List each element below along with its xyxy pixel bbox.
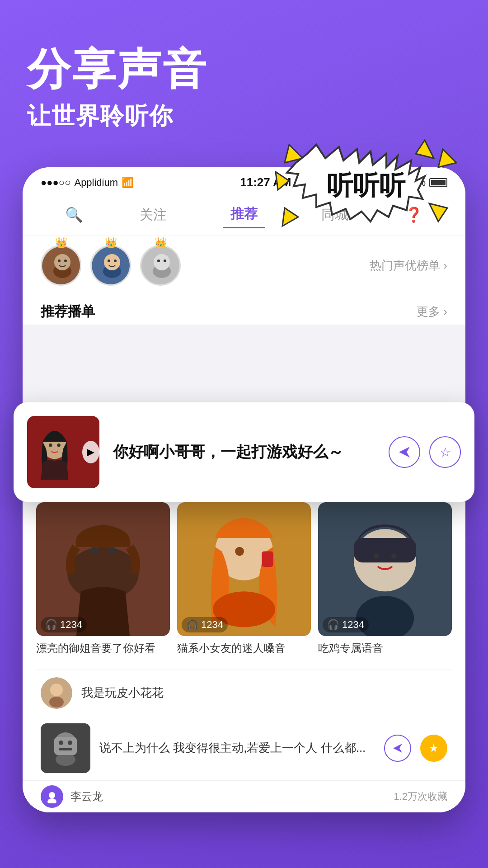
wifi-icon: 📶	[122, 177, 134, 189]
featured-content: 你好啊小哥哥，一起打游戏好么～	[113, 441, 375, 463]
svg-point-19	[154, 254, 170, 270]
featured-actions: ☆	[389, 436, 461, 468]
svg-point-36	[391, 553, 397, 558]
playlist-item-1[interactable]: 🎧 1234 漂亮的御姐音要了你好看	[36, 502, 170, 656]
listen-count-2: 🎧 1234	[182, 617, 228, 632]
featured-thumbnail: ▶	[27, 416, 99, 488]
ticker-username: 李云龙	[70, 789, 386, 804]
svg-point-43	[56, 753, 75, 766]
svg-point-53	[57, 443, 61, 447]
svg-marker-0	[416, 140, 434, 158]
svg-point-26	[108, 547, 116, 554]
speech-bubble: 听听听	[271, 136, 461, 249]
signal-dots: ●●●○○	[41, 177, 70, 189]
audio-post: 说不上为什么 我变得很主动,若爱上一个人 什么都... ★	[23, 716, 465, 780]
audio-post-actions: ★	[384, 735, 447, 762]
svg-rect-34	[354, 538, 416, 562]
avatar-circle-3	[140, 245, 181, 286]
listen-count-3: 🎧 1234	[323, 617, 369, 632]
user-avatar-3[interactable]: 👑	[140, 245, 181, 286]
playlist-grid: 🎧 1234 漂亮的御姐音要了你好看	[23, 495, 465, 670]
playlist-cover-3: 🎧 1234	[318, 502, 452, 636]
user-avatar-1[interactable]: 👑	[41, 245, 81, 286]
play-button[interactable]: ▶	[82, 441, 99, 463]
lower-content: 你好看 嗓音	[23, 465, 465, 812]
playlist-name-1: 漂亮的御姐音要了你好看	[36, 641, 170, 656]
playlist-cover-2: 🎧 1234	[177, 502, 311, 636]
crown-3: 👑	[155, 237, 167, 249]
hot-list-link[interactable]: 热门声优榜单 ›	[370, 258, 447, 274]
svg-text:听听听: 听听听	[327, 170, 406, 200]
activity-avatar	[41, 677, 72, 709]
post-star-button[interactable]: ★	[420, 735, 447, 762]
listen-count-1: 🎧 1234	[41, 617, 87, 632]
avatar-circle-1	[41, 245, 81, 286]
playlist-item-2[interactable]: 🎧 1234 猫系小女友的迷人嗓音	[177, 502, 311, 656]
svg-rect-44	[54, 737, 77, 755]
ticker-listen-count: 1.2万次收藏	[394, 790, 447, 803]
playlist-item-3[interactable]: 🎧 1234 吃鸡专属语音	[318, 502, 452, 656]
user-activity-row: 我是玩皮小花花	[23, 670, 465, 716]
playlist-section-header: 推荐播单 更多 ›	[23, 295, 465, 325]
crown-2: 👑	[105, 237, 117, 249]
svg-point-45	[59, 741, 63, 745]
svg-point-49	[47, 798, 56, 803]
playlist-cover-1: 🎧 1234	[36, 502, 170, 636]
svg-marker-4	[429, 203, 447, 222]
svg-point-9	[54, 254, 70, 270]
bottom-ticker: 李云龙 1.2万次收藏	[23, 780, 465, 812]
svg-point-48	[49, 792, 55, 798]
featured-star-button[interactable]: ☆	[429, 436, 461, 468]
audio-post-text: 说不上为什么 我变得很主动,若爱上一个人 什么都...	[99, 739, 375, 757]
carrier-info: ●●●○○ Applidium 📶	[41, 177, 134, 189]
avatar-circle-2	[90, 245, 131, 286]
carrier-name: Applidium	[74, 177, 118, 189]
svg-point-35	[373, 553, 379, 558]
svg-point-11	[64, 259, 67, 262]
svg-point-29	[235, 547, 244, 556]
svg-point-39	[50, 684, 63, 696]
svg-point-20	[157, 259, 160, 262]
search-icon[interactable]: 🔍	[65, 206, 83, 223]
svg-point-46	[68, 741, 72, 745]
featured-send-button[interactable]	[389, 436, 420, 468]
user-avatar-2[interactable]: 👑	[90, 245, 131, 286]
headline-subtitle: 让世界聆听你	[27, 100, 208, 132]
svg-marker-3	[276, 172, 289, 190]
svg-point-15	[108, 259, 110, 262]
playlist-section-title: 推荐播单	[41, 302, 95, 321]
activity-username: 我是玩皮小花花	[81, 685, 164, 701]
svg-point-14	[104, 254, 120, 270]
post-send-button[interactable]	[384, 735, 411, 762]
svg-point-21	[164, 259, 166, 262]
featured-card: ▶ 你好啊小哥哥，一起打游戏好么～ ☆	[14, 402, 474, 502]
tab-recommend[interactable]: 推荐	[223, 201, 265, 228]
playlist-name-3: 吃鸡专属语音	[318, 641, 452, 656]
svg-rect-30	[262, 552, 273, 567]
svg-point-52	[49, 443, 52, 447]
ticker-avatar-icon	[41, 785, 63, 808]
svg-point-40	[49, 697, 64, 708]
svg-rect-47	[59, 748, 72, 750]
playlist-name-2: 猫系小女友的迷人嗓音	[177, 641, 311, 656]
svg-marker-1	[438, 149, 456, 167]
svg-point-25	[90, 547, 98, 554]
audio-post-thumbnail	[41, 723, 90, 773]
svg-point-16	[114, 259, 117, 262]
featured-title: 你好啊小哥哥，一起打游戏好么～	[113, 441, 375, 463]
crown-1: 👑	[55, 237, 67, 249]
headline-title: 分享声音	[27, 45, 208, 93]
playlist-more-link[interactable]: 更多 ›	[417, 304, 447, 320]
headline-section: 分享声音 让世界聆听你	[27, 45, 208, 132]
svg-point-10	[58, 259, 61, 262]
tab-follow[interactable]: 关注	[132, 202, 174, 228]
svg-marker-5	[282, 208, 298, 226]
